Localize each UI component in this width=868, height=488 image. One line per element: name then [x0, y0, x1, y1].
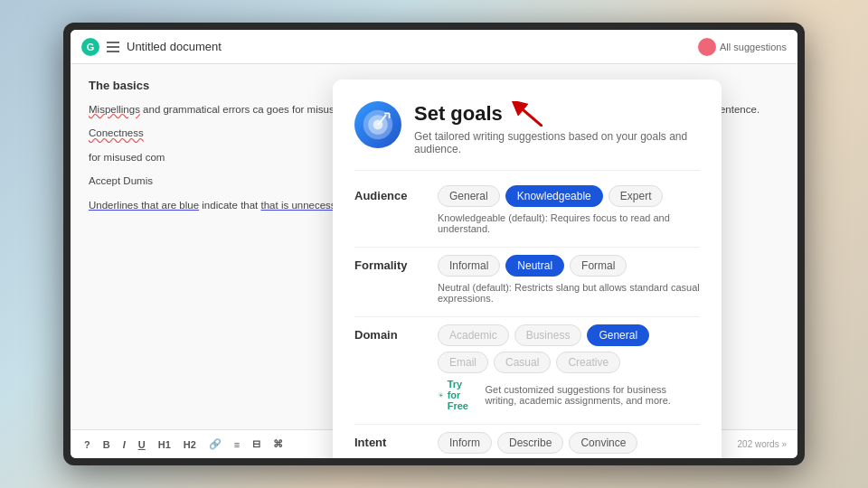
- modal-subtitle: Get tailored writing suggestions based o…: [414, 130, 700, 155]
- document-title: Untitled document: [127, 40, 691, 53]
- try-free-badge[interactable]: ✦ Try for Free: [438, 379, 477, 411]
- divider-3: [354, 424, 700, 425]
- domain-btn-group: Academic Business General Email Casual C…: [438, 324, 700, 373]
- formality-row: Formality Informal Neutral Formal Neutra…: [354, 255, 700, 304]
- domain-options: Academic Business General Email Casual C…: [438, 324, 700, 411]
- laptop-screen: G Untitled document All suggestions The …: [71, 30, 797, 458]
- bold-button[interactable]: B: [100, 437, 113, 452]
- intent-convince-button[interactable]: Convince: [569, 432, 637, 454]
- mispellings-text: Mispellings: [89, 104, 140, 115]
- format-button[interactable]: ⌘: [270, 436, 286, 452]
- modal-title: Set goals: [414, 101, 700, 127]
- h2-button[interactable]: H2: [181, 437, 199, 452]
- formality-informal-button[interactable]: Informal: [438, 255, 500, 277]
- formality-label: Formality: [354, 255, 427, 272]
- audience-expert-button[interactable]: Expert: [609, 185, 664, 207]
- intent-label: Intent: [354, 432, 427, 449]
- intent-describe-button[interactable]: Describe: [497, 432, 563, 454]
- audience-btn-group: General Knowledgeable Expert: [438, 185, 700, 207]
- help-icon[interactable]: ?: [81, 437, 93, 452]
- red-arrow-icon: [510, 101, 542, 127]
- list-button[interactable]: ≡: [231, 437, 242, 452]
- domain-casual-button[interactable]: Casual: [494, 352, 551, 373]
- hamburger-menu-icon[interactable]: [107, 42, 119, 52]
- laptop-body: G Untitled document All suggestions The …: [63, 23, 805, 465]
- intent-row: Intent Inform Describe Convince Tell A S…: [354, 432, 700, 458]
- audience-label: Audience: [354, 185, 427, 202]
- intent-inform-button[interactable]: Inform: [438, 432, 492, 454]
- italic-button[interactable]: I: [120, 437, 128, 452]
- conectness-text: Conectness: [89, 127, 144, 138]
- formality-formal-button[interactable]: Formal: [570, 255, 627, 277]
- audience-description: Knowledgeable (default): Requires focus …: [438, 212, 700, 234]
- set-goals-modal: Set goals Get tailor: [333, 80, 722, 458]
- h1-button[interactable]: H1: [156, 437, 174, 452]
- intent-btn-group: Inform Describe Convince Tell A Story: [438, 432, 700, 458]
- link-button[interactable]: 🔗: [206, 436, 224, 452]
- all-suggestions-button[interactable]: All suggestions: [698, 38, 787, 56]
- domain-description: Get customized suggestions for business …: [485, 384, 700, 406]
- domain-label: Domain: [354, 324, 427, 342]
- ordered-list-button[interactable]: ⊟: [250, 436, 263, 452]
- formality-description: Neutral (default): Restricts slang but a…: [438, 282, 700, 304]
- divider-1: [354, 247, 700, 248]
- modal-header: Set goals Get tailor: [354, 101, 700, 171]
- audience-options: General Knowledgeable Expert Knowledgeab…: [438, 185, 700, 234]
- underline-button[interactable]: U: [136, 437, 148, 452]
- formality-neutral-button[interactable]: Neutral: [505, 255, 564, 277]
- domain-email-button[interactable]: Email: [438, 352, 488, 373]
- user-avatar: [698, 38, 716, 56]
- audience-row: Audience General Knowledgeable Expert Kn…: [354, 185, 700, 234]
- divider-2: [354, 316, 700, 317]
- grammarly-logo: G: [81, 38, 99, 56]
- modal-title-block: Set goals Get tailor: [414, 101, 700, 155]
- app-header: G Untitled document All suggestions: [71, 30, 797, 64]
- domain-general-button[interactable]: General: [587, 324, 649, 346]
- audience-general-button[interactable]: General: [438, 185, 500, 207]
- domain-row: Domain Academic Business General Email C…: [354, 324, 700, 411]
- domain-academic-button[interactable]: Academic: [438, 324, 509, 346]
- audience-knowledgeable-button[interactable]: Knowledgeable: [505, 185, 603, 207]
- premium-icon: ✦: [438, 389, 444, 400]
- laptop-shell: G Untitled document All suggestions The …: [0, 0, 868, 488]
- svg-line-7: [517, 105, 542, 127]
- intent-options: Inform Describe Convince Tell A Story Ex…: [438, 432, 700, 458]
- formality-options: Informal Neutral Formal Neutral (default…: [438, 255, 700, 304]
- domain-business-button[interactable]: Business: [514, 324, 582, 346]
- blue-underline-text: Underlines that are blue: [89, 200, 199, 211]
- formality-btn-group: Informal Neutral Formal: [438, 255, 700, 277]
- modal-target-icon: [354, 101, 401, 148]
- domain-creative-button[interactable]: Creative: [556, 352, 620, 373]
- word-count: 202 words »: [738, 439, 787, 449]
